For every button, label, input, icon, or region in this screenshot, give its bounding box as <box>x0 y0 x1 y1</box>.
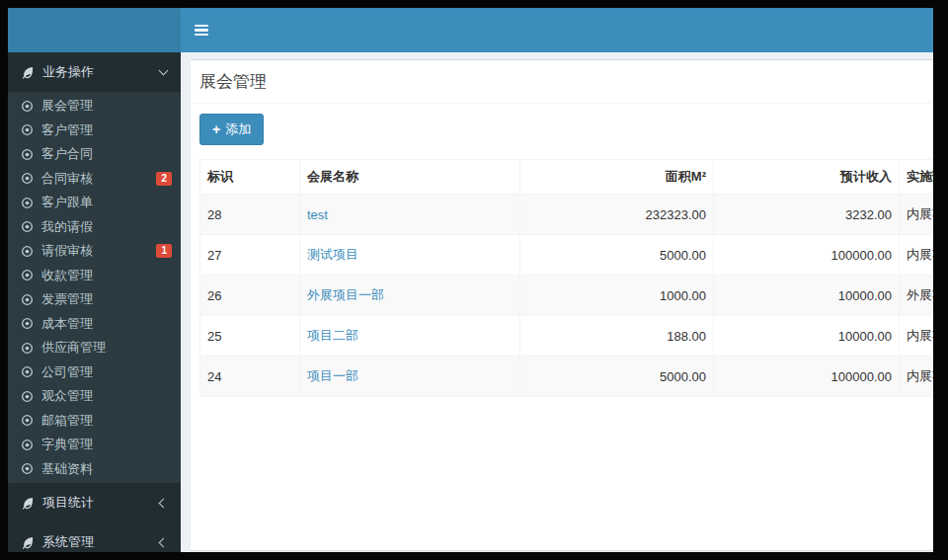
leaf-icon <box>21 65 35 79</box>
dot-circle-icon <box>21 365 34 378</box>
sidebar-item[interactable]: 客户合同 <box>8 142 181 167</box>
leaf-icon <box>21 496 35 510</box>
sidebar-section-label: 系统管理 <box>42 533 160 551</box>
cell-id: 27 <box>200 235 300 276</box>
exhibition-link[interactable]: 外展项目一部 <box>307 287 384 302</box>
add-button[interactable]: + 添加 <box>199 114 264 145</box>
cell-id: 28 <box>200 195 300 235</box>
panel-header: 展会管理 <box>191 60 933 104</box>
sidebar-item[interactable]: 合同审核 2 <box>8 167 181 192</box>
sidebar-item[interactable]: 基础资料 <box>8 457 181 482</box>
hamburger-icon <box>195 25 208 37</box>
column-header: 会展名称 <box>300 160 520 195</box>
cell-id: 26 <box>200 276 300 316</box>
dot-circle-icon <box>21 123 34 136</box>
cell-income: 3232.00 <box>714 195 900 235</box>
table-row: 27 测试项目 5000.00 100000.00 内展项目 <box>200 235 934 276</box>
sidebar-item-label: 请假审核 <box>41 244 93 259</box>
table-row: 24 项目一部 5000.00 100000.00 内展项目 <box>200 357 934 397</box>
sidebar-item[interactable]: 供应商管理 <box>8 336 181 360</box>
exhibitions-table: 标识会展名称面积M²预计收入实施部门 28 test 232323.00 323… <box>199 159 933 397</box>
table-row: 28 test 232323.00 3232.00 内展项目 <box>200 195 934 235</box>
sidebar-section-header[interactable]: 业务操作 <box>8 52 181 92</box>
page-title: 展会管理 <box>199 70 933 93</box>
exhibition-link[interactable]: 测试项目 <box>307 247 358 262</box>
sidebar-toggle-button[interactable] <box>181 8 222 52</box>
cell-income: 10000.00 <box>714 276 900 316</box>
sidebar-item[interactable]: 发票管理 <box>8 287 181 312</box>
cell-id: 24 <box>200 357 300 397</box>
column-header: 实施部门 <box>900 160 934 195</box>
sidebar-item[interactable]: 展会管理 <box>8 94 181 119</box>
cell-exhibition-name: 项目一部 <box>300 357 520 397</box>
dot-circle-icon <box>21 342 34 355</box>
sidebar-item[interactable]: 收款管理 <box>8 264 181 288</box>
sidebar-menu: 业务操作 展会管理 客户管理 客户合同 合同审核 2 客户跟单 <box>8 52 181 552</box>
sidebar-item-label: 观众管理 <box>41 389 93 404</box>
sidebar-item-label: 客户跟单 <box>41 196 93 210</box>
cell-exhibition-name: 项目二部 <box>300 316 520 357</box>
sidebar-section-header[interactable]: 系统管理 <box>8 522 181 552</box>
exhibition-link[interactable]: test <box>307 207 328 222</box>
column-header: 面积M² <box>520 160 714 195</box>
cell-department: 内展项目 <box>900 195 934 235</box>
sidebar-item-label: 我的请假 <box>41 220 93 235</box>
sidebar-item-label: 供应商管理 <box>41 341 106 356</box>
cell-department: 外展项目 <box>900 276 934 316</box>
sidebar-item[interactable]: 观众管理 <box>8 384 181 409</box>
dot-circle-icon <box>21 269 34 281</box>
panel-body: + 添加 标识会展名称面积M²预计收入实施部门 28 test 232323.0… <box>191 104 933 405</box>
sidebar-item[interactable]: 我的请假 <box>8 215 181 240</box>
sidebar-item[interactable]: 请假审核 1 <box>8 239 181 264</box>
cell-area: 5000.00 <box>520 235 714 276</box>
sidebar-item[interactable]: 公司管理 <box>8 360 181 385</box>
dot-circle-icon <box>21 172 34 185</box>
dot-circle-icon <box>21 414 34 427</box>
sidebar-section-header[interactable]: 项目统计 <box>8 483 181 522</box>
exhibition-management-panel: 展会管理 + 添加 标识会展名称面积M²预计收入实施部门 28 test 232… <box>191 59 933 550</box>
cell-exhibition-name: 外展项目一部 <box>300 276 520 316</box>
sidebar-section-label: 项目统计 <box>42 494 160 512</box>
sidebar-item[interactable]: 客户跟单 <box>8 191 181 215</box>
column-header: 标识 <box>200 160 300 195</box>
sidebar-item-label: 邮箱管理 <box>41 414 93 429</box>
cell-id: 25 <box>200 316 300 357</box>
sidebar-item-label: 基础资料 <box>41 462 93 477</box>
sidebar-item[interactable]: 字典管理 <box>8 433 181 457</box>
exhibition-link[interactable]: 项目二部 <box>307 328 358 343</box>
sidebar-item-label: 发票管理 <box>41 292 93 307</box>
exhibition-link[interactable]: 项目一部 <box>307 368 358 383</box>
cell-department: 内展项目 <box>900 235 934 276</box>
dot-circle-icon <box>21 439 34 451</box>
add-button-label: 添加 <box>225 120 251 138</box>
logo-area <box>8 8 181 52</box>
treeview-menu: 展会管理 客户管理 客户合同 合同审核 2 客户跟单 我的请假 <box>8 92 181 483</box>
cell-exhibition-name: 测试项目 <box>300 235 520 276</box>
cell-income: 100000.00 <box>714 235 900 276</box>
dot-circle-icon <box>21 317 34 330</box>
sidebar-item-label: 合同审核 <box>41 172 93 187</box>
sidebar-item-label: 收款管理 <box>41 269 93 283</box>
dot-circle-icon <box>21 220 34 233</box>
cell-area: 1000.00 <box>520 276 714 316</box>
chevron-left-icon <box>159 537 169 547</box>
sidebar-item[interactable]: 成本管理 <box>8 312 181 337</box>
chevron-down-icon <box>159 66 169 76</box>
leaf-icon <box>21 535 35 549</box>
cell-department: 内展项目 <box>900 316 934 357</box>
dot-circle-icon <box>21 462 34 475</box>
sidebar-item[interactable]: 邮箱管理 <box>8 409 181 434</box>
cell-area: 188.00 <box>520 316 714 357</box>
sidebar-item-label: 公司管理 <box>41 365 93 380</box>
plus-icon: + <box>212 122 220 136</box>
dot-circle-icon <box>21 148 34 161</box>
table-header-row: 标识会展名称面积M²预计收入实施部门 <box>200 160 934 195</box>
dot-circle-icon <box>21 197 34 209</box>
sidebar-item-label: 客户管理 <box>41 123 93 138</box>
cell-area: 5000.00 <box>520 357 714 397</box>
cell-income: 100000.00 <box>714 357 900 397</box>
chevron-left-icon <box>159 498 169 508</box>
sidebar-item-label: 成本管理 <box>41 317 93 332</box>
cell-area: 232323.00 <box>520 195 714 235</box>
sidebar-item[interactable]: 客户管理 <box>8 119 181 143</box>
